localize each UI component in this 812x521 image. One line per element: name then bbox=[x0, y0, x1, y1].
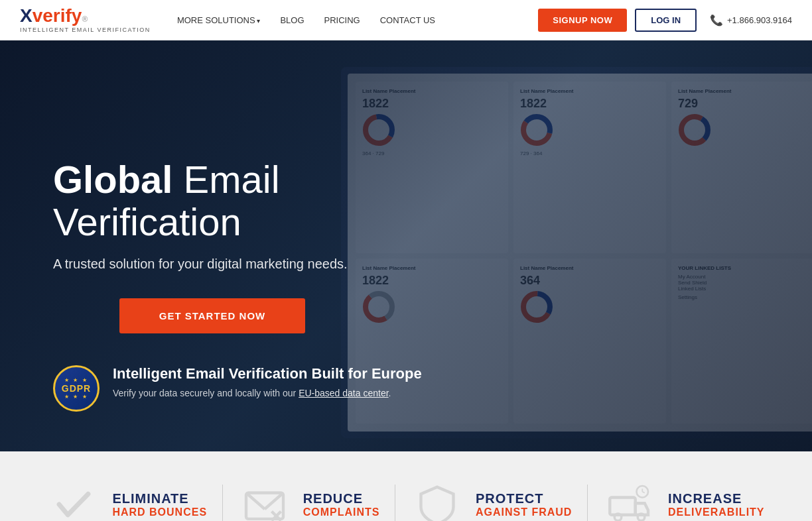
gdpr-content: Intelligent Email Verification Built for… bbox=[113, 365, 422, 398]
gdpr-badge: ★ ★ ★ GDPR ★ ★ ★ bbox=[53, 365, 100, 412]
header: Xverify® INTELLIGENT EMAIL VERIFICATION … bbox=[0, 0, 812, 40]
phone-number: +1.866.903.9164 bbox=[727, 15, 792, 25]
envelope-x-icon bbox=[238, 478, 291, 521]
shield-icon bbox=[411, 478, 464, 521]
feature-reduce-text: REDUCE COMPLAINTS bbox=[303, 491, 380, 518]
nav-pricing[interactable]: PRICING bbox=[324, 15, 360, 25]
feature-reduce-heading: REDUCE bbox=[303, 491, 380, 506]
svg-line-12 bbox=[265, 493, 283, 510]
nav-blog[interactable]: BLOG bbox=[280, 15, 304, 25]
signup-button[interactable]: SIGNUP NOW bbox=[538, 9, 627, 32]
svg-point-17 bbox=[638, 514, 645, 521]
feature-reduce-sub: COMPLAINTS bbox=[303, 506, 380, 518]
nav-more-solutions[interactable]: MORE SOLUTIONS bbox=[177, 15, 261, 25]
feature-reduce: REDUCE COMPLAINTS bbox=[238, 478, 380, 521]
header-actions: SIGNUP NOW LOG IN 📞 +1.866.903.9164 bbox=[538, 9, 792, 32]
divider-2 bbox=[395, 485, 395, 521]
logo: Xverify® INTELLIGENT EMAIL VERIFICATION bbox=[20, 7, 151, 33]
feature-protect: PROTECT AGAINST FRAUD bbox=[411, 478, 572, 521]
feature-eliminate: ELIMINATE HARD BOUNCES bbox=[47, 478, 207, 521]
gdpr-badge-text: GDPR bbox=[62, 383, 91, 394]
features-section: ELIMINATE HARD BOUNCES REDUCE COMPLAINTS bbox=[0, 451, 812, 521]
logo-brand: Xverify® bbox=[20, 7, 151, 25]
feature-increase: INCREASE DELIVERABILITY bbox=[603, 478, 765, 521]
feature-protect-heading: PROTECT bbox=[476, 491, 572, 506]
svg-rect-15 bbox=[610, 498, 636, 515]
gdpr-stars-top: ★ ★ ★ bbox=[64, 377, 88, 383]
feature-eliminate-text: ELIMINATE HARD BOUNCES bbox=[112, 491, 207, 518]
main-nav: MORE SOLUTIONS BLOG PRICING CONTACT US bbox=[177, 15, 538, 25]
gdpr-heading: Intelligent Email Verification Built for… bbox=[113, 365, 422, 382]
gdpr-link[interactable]: EU-based data center bbox=[299, 388, 388, 398]
hero-section: List Name Placement 1822 364 · 729 List … bbox=[0, 40, 812, 451]
login-button[interactable]: LOG IN bbox=[635, 9, 697, 32]
feature-eliminate-sub: HARD BOUNCES bbox=[112, 506, 207, 518]
phone-icon: 📞 bbox=[710, 14, 723, 27]
divider-1 bbox=[222, 485, 223, 521]
checkmark-icon bbox=[47, 478, 100, 521]
svg-line-11 bbox=[246, 493, 265, 510]
feature-protect-sub: AGAINST FRAUD bbox=[476, 506, 572, 518]
gdpr-section: ★ ★ ★ GDPR ★ ★ ★ Intelligent Email Verif… bbox=[53, 365, 422, 412]
hero-title-bold: Global bbox=[53, 158, 172, 201]
gdpr-stars-bottom: ★ ★ ★ bbox=[64, 394, 88, 400]
divider-3 bbox=[587, 485, 588, 521]
feature-increase-heading: INCREASE bbox=[668, 491, 765, 506]
gdpr-description: Verify your data securely and locally wi… bbox=[113, 388, 422, 398]
get-started-button[interactable]: GET STARTED NOW bbox=[119, 298, 306, 333]
feature-protect-text: PROTECT AGAINST FRAUD bbox=[476, 491, 572, 518]
hero-title: Global Email Verification bbox=[53, 158, 385, 243]
truck-icon bbox=[603, 478, 656, 521]
phone-area: 📞 +1.866.903.9164 bbox=[710, 14, 792, 27]
nav-contact-us[interactable]: CONTACT US bbox=[380, 15, 435, 25]
logo-tagline: INTELLIGENT EMAIL VERIFICATION bbox=[20, 27, 151, 33]
feature-eliminate-heading: ELIMINATE bbox=[112, 491, 207, 506]
feature-increase-text: INCREASE DELIVERABILITY bbox=[668, 491, 765, 518]
svg-point-16 bbox=[614, 514, 622, 521]
svg-line-20 bbox=[642, 492, 645, 493]
feature-increase-sub: DELIVERABILITY bbox=[668, 506, 765, 518]
hero-subtitle: A trusted solution for your digital mark… bbox=[53, 257, 385, 272]
